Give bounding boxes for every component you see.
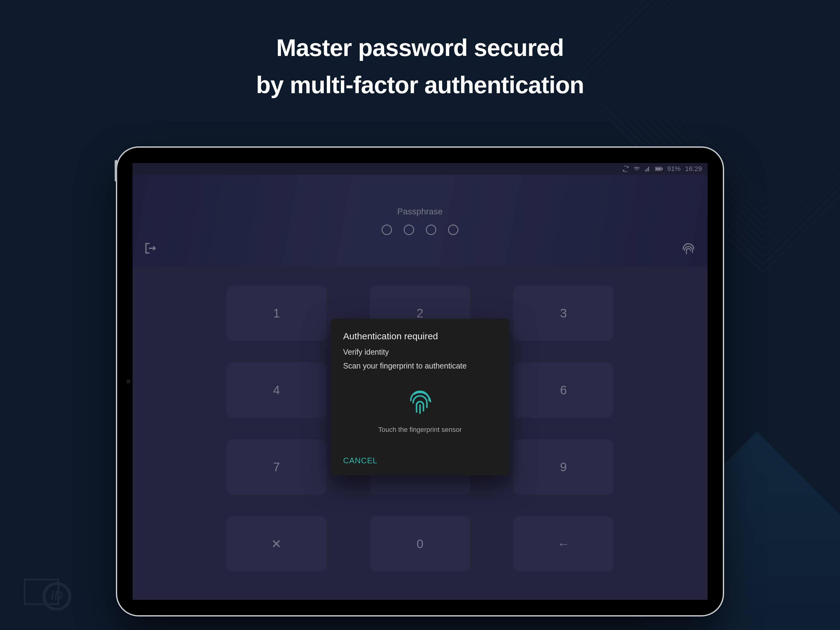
pin-indicator bbox=[382, 225, 458, 235]
sync-icon bbox=[622, 166, 629, 172]
cancel-button[interactable]: CANCEL bbox=[343, 452, 377, 469]
dialog-subtitle: Verify identity bbox=[343, 348, 497, 356]
keypad-key-0[interactable]: 0 bbox=[370, 516, 471, 571]
keypad-key-9[interactable]: 9 bbox=[513, 439, 614, 495]
wifi-icon bbox=[633, 166, 640, 172]
svg-rect-1 bbox=[655, 168, 661, 170]
device-screen: 91% 16:29 Passphrase 1 2 3 4 bbox=[133, 163, 707, 600]
marketing-headline: Master password secured by multi-factor … bbox=[0, 34, 840, 99]
keypad-key-1[interactable]: 1 bbox=[226, 285, 327, 341]
dialog-message: Scan your fingerprint to authenticate bbox=[343, 361, 497, 370]
fingerprint-icon[interactable] bbox=[343, 389, 497, 416]
pin-dot bbox=[448, 225, 458, 235]
lock-header: Passphrase bbox=[133, 175, 707, 267]
keypad-key-4[interactable]: 4 bbox=[226, 362, 327, 418]
svg-text:ID: ID bbox=[51, 589, 63, 602]
fingerprint-button[interactable] bbox=[681, 241, 696, 258]
status-time: 16:29 bbox=[685, 165, 702, 173]
pin-dot bbox=[426, 225, 436, 235]
headline-line1: Master password secured bbox=[0, 34, 840, 62]
brand-logo-icon: ID bbox=[22, 573, 74, 611]
dialog-hint: Touch the fingerprint sensor bbox=[343, 426, 497, 434]
pin-dot bbox=[382, 225, 392, 235]
battery-icon bbox=[655, 166, 663, 171]
status-bar: 91% 16:29 bbox=[133, 163, 707, 175]
passphrase-label: Passphrase bbox=[397, 207, 443, 217]
fingerprint-auth-dialog: Authentication required Verify identity … bbox=[331, 319, 509, 475]
logout-button[interactable] bbox=[144, 241, 158, 256]
headline-line2: by multi-factor authentication bbox=[0, 71, 840, 99]
device-camera-icon bbox=[126, 379, 131, 384]
signal-icon bbox=[644, 166, 651, 172]
dialog-title: Authentication required bbox=[343, 331, 497, 342]
keypad-key-7[interactable]: 7 bbox=[226, 439, 327, 495]
keypad-key-6[interactable]: 6 bbox=[513, 362, 614, 418]
keypad-key-3[interactable]: 3 bbox=[513, 285, 614, 341]
pin-dot bbox=[404, 225, 414, 235]
keypad-key-backspace[interactable]: ← bbox=[513, 516, 614, 571]
battery-percent: 91% bbox=[667, 165, 681, 173]
svg-rect-2 bbox=[662, 168, 663, 170]
keypad-key-clear[interactable]: ✕ bbox=[226, 516, 327, 571]
tablet-device-frame: 91% 16:29 Passphrase 1 2 3 4 bbox=[117, 148, 723, 615]
